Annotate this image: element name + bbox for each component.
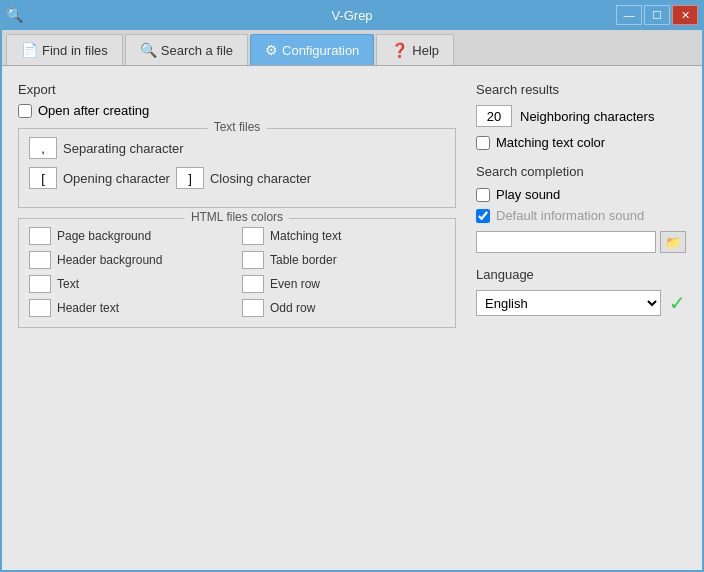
colors-grid: Page background Matching text Header bac…: [29, 227, 445, 317]
tab-find-in-files[interactable]: 📄 Find in files: [6, 34, 123, 65]
app-icon: 🔍: [6, 7, 23, 23]
neighboring-chars-label: Neighboring characters: [520, 109, 654, 124]
header-background-swatch[interactable]: [29, 251, 51, 269]
title-bar: 🔍 V-Grep — ☐ ✕: [0, 0, 704, 30]
table-border-label: Table border: [270, 253, 337, 267]
closing-char-input[interactable]: [176, 167, 204, 189]
opening-char-input[interactable]: [29, 167, 57, 189]
left-panel: Export Open after creating Text files Se…: [18, 82, 456, 554]
language-select[interactable]: English French German Spanish: [476, 290, 661, 316]
close-button[interactable]: ✕: [672, 5, 698, 25]
search-completion-section: Search completion Play sound Default inf…: [476, 164, 686, 253]
matching-text-swatch[interactable]: [242, 227, 264, 245]
opening-character-label: Opening character: [63, 171, 170, 186]
title-bar-left: 🔍: [6, 7, 23, 23]
separating-char-row: Separating character: [29, 137, 445, 159]
title-bar-controls: — ☐ ✕: [616, 5, 698, 25]
apply-language-button[interactable]: ✓: [669, 291, 686, 315]
header-text-label: Header text: [57, 301, 119, 315]
open-after-creating-checkbox[interactable]: [18, 104, 32, 118]
text-files-legend: Text files: [208, 120, 267, 134]
help-icon: ❓: [391, 42, 408, 58]
search-results-section: Search results Neighboring characters Ma…: [476, 82, 686, 150]
play-sound-label: Play sound: [496, 187, 560, 202]
even-row-label: Even row: [270, 277, 320, 291]
browse-button[interactable]: 📁: [660, 231, 686, 253]
maximize-button[interactable]: ☐: [644, 5, 670, 25]
sound-path-input[interactable]: [476, 231, 656, 253]
play-sound-checkbox[interactable]: [476, 188, 490, 202]
odd-row-row: Odd row: [242, 299, 445, 317]
text-swatch[interactable]: [29, 275, 51, 293]
default-information-sound-label: Default information sound: [496, 208, 644, 223]
tab-configuration-label: Configuration: [282, 43, 359, 58]
sound-input-row: 📁: [476, 231, 686, 253]
content-area: Export Open after creating Text files Se…: [2, 66, 702, 570]
search-results-title: Search results: [476, 82, 686, 97]
tab-help[interactable]: ❓ Help: [376, 34, 454, 65]
header-text-row: Header text: [29, 299, 232, 317]
right-panel: Search results Neighboring characters Ma…: [476, 82, 686, 554]
browse-icon: 📁: [665, 235, 681, 250]
export-label: Export: [18, 82, 456, 97]
closing-character-label: Closing character: [210, 171, 311, 186]
separating-character-label: Separating character: [63, 141, 184, 156]
matching-text-color-row: Matching text color: [476, 135, 686, 150]
search-completion-title: Search completion: [476, 164, 686, 179]
neighboring-chars-input[interactable]: [476, 105, 512, 127]
header-background-row: Header background: [29, 251, 232, 269]
text-row: Text: [29, 275, 232, 293]
neighboring-chars-row: Neighboring characters: [476, 105, 686, 127]
tab-find-in-files-label: Find in files: [42, 43, 108, 58]
page-background-label: Page background: [57, 229, 151, 243]
search-a-file-icon: 🔍: [140, 42, 157, 58]
minimize-button[interactable]: —: [616, 5, 642, 25]
opening-char-row: Opening character Closing character: [29, 167, 445, 189]
window-title: V-Grep: [331, 8, 372, 23]
html-files-colors-legend: HTML files colors: [185, 210, 289, 224]
text-files-group: Text files Separating character Opening …: [18, 128, 456, 208]
find-in-files-icon: 📄: [21, 42, 38, 58]
configuration-icon: ⚙: [265, 42, 278, 58]
language-section: Language English French German Spanish ✓: [476, 267, 686, 316]
html-files-colors-group: HTML files colors Page background Matchi…: [18, 218, 456, 328]
header-background-label: Header background: [57, 253, 162, 267]
table-border-row: Table border: [242, 251, 445, 269]
even-row-swatch[interactable]: [242, 275, 264, 293]
matching-text-color-label: Matching text color: [496, 135, 605, 150]
tab-bar: 📄 Find in files 🔍 Search a file ⚙ Config…: [2, 30, 702, 66]
table-border-swatch[interactable]: [242, 251, 264, 269]
tab-configuration[interactable]: ⚙ Configuration: [250, 34, 374, 65]
default-sound-checkbox[interactable]: [476, 209, 490, 223]
page-background-swatch[interactable]: [29, 227, 51, 245]
tab-help-label: Help: [412, 43, 439, 58]
separating-char-input[interactable]: [29, 137, 57, 159]
matching-text-label: Matching text: [270, 229, 341, 243]
open-after-creating-label: Open after creating: [38, 103, 149, 118]
app-window: 📄 Find in files 🔍 Search a file ⚙ Config…: [2, 30, 702, 570]
matching-text-row: Matching text: [242, 227, 445, 245]
odd-row-swatch[interactable]: [242, 299, 264, 317]
header-text-swatch[interactable]: [29, 299, 51, 317]
language-row: English French German Spanish ✓: [476, 290, 686, 316]
even-row-row: Even row: [242, 275, 445, 293]
default-sound-row: Default information sound: [476, 208, 686, 223]
tab-search-a-file-label: Search a file: [161, 43, 233, 58]
tab-search-a-file[interactable]: 🔍 Search a file: [125, 34, 248, 65]
matching-text-color-checkbox[interactable]: [476, 136, 490, 150]
open-after-creating-row: Open after creating: [18, 103, 456, 118]
odd-row-label: Odd row: [270, 301, 315, 315]
language-title: Language: [476, 267, 686, 282]
page-background-row: Page background: [29, 227, 232, 245]
play-sound-row: Play sound: [476, 187, 686, 202]
text-label: Text: [57, 277, 79, 291]
